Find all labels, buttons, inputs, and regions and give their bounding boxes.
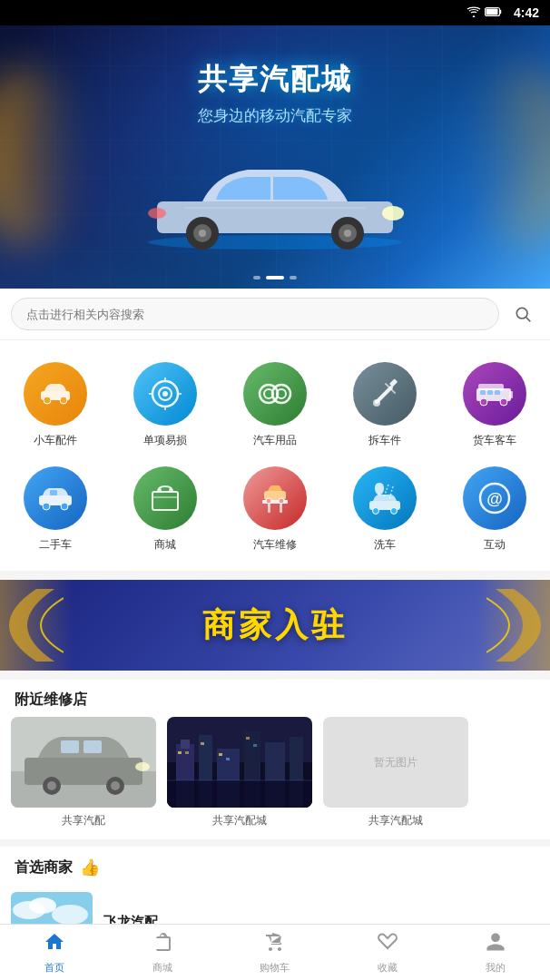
- category-icon-0: [24, 362, 87, 426]
- svg-rect-85: [226, 758, 230, 760]
- svg-point-2: [148, 235, 402, 250]
- nav-item-favorites[interactable]: 收藏: [377, 927, 398, 978]
- svg-rect-39: [487, 390, 493, 395]
- svg-point-9: [344, 230, 351, 237]
- category-icon-5: [24, 466, 87, 530]
- svg-point-20: [162, 391, 168, 397]
- battery-icon: [485, 6, 503, 20]
- search-input[interactable]: [11, 298, 499, 330]
- svg-point-93: [29, 897, 56, 914]
- category-item-5[interactable]: 二手车: [0, 459, 110, 564]
- featured-title: 首选商家: [15, 858, 73, 877]
- merchant-banner[interactable]: 商家入驻: [0, 580, 550, 671]
- shop-card-2[interactable]: 暂无图片 共享汽配城: [323, 717, 468, 828]
- hero-banner[interactable]: 共享汽配城 您身边的移动汽配专家: [0, 25, 550, 289]
- shop-thumb-1: [167, 717, 312, 808]
- main-content: 共享汽配城 您身边的移动汽配专家: [0, 25, 550, 980]
- category-label-0: 小车配件: [34, 433, 77, 448]
- merchant-banner-text: 商家入驻: [202, 603, 348, 648]
- hero-dot-2[interactable]: [266, 276, 284, 279]
- svg-point-94: [52, 905, 88, 925]
- nearby-section-header: 附近维修店: [0, 680, 550, 717]
- shop-thumb-2: 暂无图片: [323, 717, 468, 808]
- category-label-4: 货车客车: [473, 433, 516, 448]
- category-item-4[interactable]: 货车客车: [440, 355, 550, 459]
- svg-point-6: [199, 230, 206, 237]
- status-time: 4:42: [514, 5, 539, 20]
- category-grid: 小车配件 单项易损: [0, 340, 550, 571]
- category-item-0[interactable]: 小车配件: [0, 355, 110, 459]
- svg-rect-81: [178, 751, 182, 754]
- search-button[interactable]: [506, 298, 539, 330]
- hero-title-main: 共享汽配城: [198, 60, 352, 100]
- svg-point-68: [111, 781, 120, 790]
- category-icon-2: [243, 362, 307, 426]
- nav-item-shop[interactable]: 商城: [152, 927, 173, 978]
- svg-point-10: [382, 206, 404, 220]
- svg-point-16: [44, 397, 51, 404]
- svg-point-31: [373, 399, 380, 407]
- nav-item-mine[interactable]: 我的: [485, 927, 506, 978]
- category-label-1: 单项易损: [143, 433, 187, 448]
- hero-dot-1[interactable]: [253, 276, 260, 279]
- category-item-6[interactable]: 商城: [110, 459, 220, 564]
- svg-point-54: [279, 498, 284, 504]
- ribbon-left-icon: [9, 589, 64, 662]
- hero-dots: [253, 276, 297, 279]
- category-item-8[interactable]: 洗车: [330, 459, 440, 564]
- svg-line-14: [526, 318, 531, 322]
- wifi-icon: [467, 6, 481, 20]
- category-item-3[interactable]: 拆车件: [330, 355, 440, 459]
- category-icon-6: [133, 466, 197, 530]
- featured-header: 首选商家 👍: [0, 847, 550, 885]
- person-icon: [485, 931, 506, 958]
- shop-name-1: 共享汽配城: [167, 813, 312, 828]
- svg-rect-75: [181, 740, 190, 749]
- svg-rect-87: [253, 744, 257, 747]
- svg-point-11: [148, 208, 166, 219]
- svg-point-43: [61, 503, 68, 510]
- svg-rect-40: [495, 390, 500, 395]
- svg-rect-64: [25, 758, 142, 785]
- nearby-title: 附近维修店: [15, 691, 87, 710]
- nearby-list: 共享汽配: [0, 717, 550, 839]
- svg-rect-69: [61, 740, 79, 753]
- category-item-2[interactable]: 汽车用品: [220, 355, 329, 459]
- svg-rect-50: [268, 504, 270, 513]
- hero-dot-3[interactable]: [290, 276, 297, 279]
- svg-point-48: [169, 488, 172, 492]
- shop-name-0: 共享汽配: [11, 813, 156, 828]
- category-item-7[interactable]: 汽车维修: [220, 459, 329, 564]
- ribbon-right-icon: [486, 589, 541, 662]
- shop-card-1[interactable]: 共享汽配城: [167, 717, 312, 828]
- svg-point-53: [266, 498, 271, 504]
- svg-rect-38: [480, 390, 486, 395]
- svg-rect-84: [219, 753, 222, 756]
- category-label-6: 商城: [154, 537, 176, 553]
- nav-label-shop: 商城: [152, 961, 172, 975]
- svg-rect-35: [478, 384, 504, 391]
- nav-item-cart[interactable]: 购物车: [260, 927, 290, 978]
- search-bar: [0, 289, 550, 340]
- category-item-1[interactable]: 单项易损: [110, 355, 220, 459]
- hero-title: 共享汽配城 您身边的移动汽配专家: [198, 60, 352, 126]
- svg-point-17: [60, 397, 67, 404]
- svg-rect-88: [167, 780, 312, 808]
- svg-rect-1: [486, 8, 497, 15]
- shop-thumb-0: [11, 717, 156, 808]
- nav-item-home[interactable]: 首页: [44, 927, 65, 978]
- shop-card-0[interactable]: 共享汽配: [11, 717, 156, 828]
- svg-point-59: [391, 508, 398, 514]
- svg-point-71: [135, 762, 150, 771]
- category-item-9[interactable]: @ 互动: [440, 459, 550, 564]
- svg-point-47: [158, 488, 162, 492]
- nav-label-favorites: 收藏: [378, 961, 398, 975]
- category-label-5: 二手车: [39, 537, 72, 553]
- svg-rect-83: [201, 742, 204, 745]
- shop-icon: [152, 931, 173, 958]
- heart-icon: [377, 931, 398, 958]
- hero-car-image: [130, 142, 420, 255]
- svg-line-29: [377, 387, 391, 402]
- category-icon-4: [463, 362, 526, 426]
- thumbs-up-icon: 👍: [80, 858, 100, 877]
